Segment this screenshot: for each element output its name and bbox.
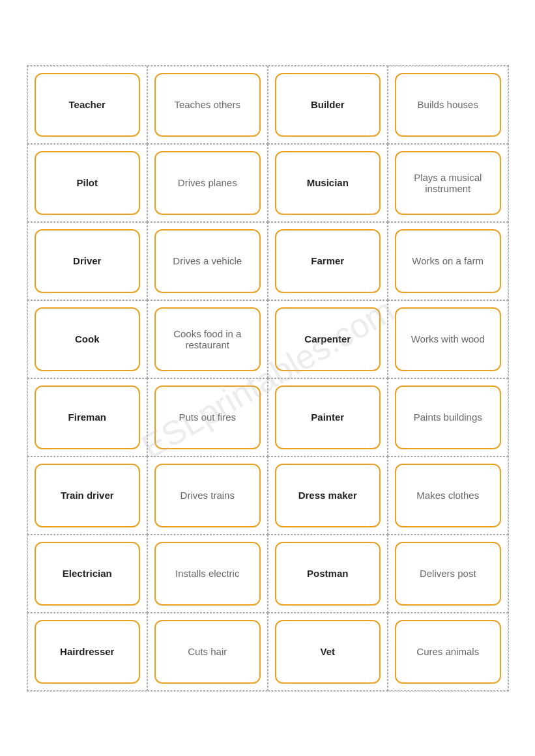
card: Delivers post [388,535,508,613]
card: Electrician [27,535,148,613]
card-inner: Musician [275,151,381,215]
job-description: Drives planes [178,177,237,188]
card: Fireman [27,378,148,456]
job-description: Drives a vehicle [173,255,242,266]
card: Builds houses [388,66,508,144]
card: Plays a musical instrument [388,144,508,222]
card-inner: Cuts hair [154,620,261,684]
card-inner: Paints buildings [395,385,501,449]
job-title: Cook [75,333,100,344]
card-inner: Electrician [35,542,141,606]
card: Drives trains [147,456,268,535]
card: Farmer [268,222,388,300]
card: Cooks food in a restaurant [147,300,268,378]
job-description: Delivers post [420,568,476,579]
job-title: Train driver [61,490,114,501]
job-description: Works with wood [411,333,485,344]
card-inner: Builder [275,73,381,137]
job-title: Hairdresser [60,646,114,657]
card: Paints buildings [388,378,508,456]
card: Postman [268,535,388,613]
job-title: Builder [311,99,345,110]
card: Vet [268,613,388,691]
card-inner: Vet [275,620,381,684]
card-inner: Painter [275,385,381,449]
card-grid: TeacherTeaches othersBuilderBuilds house… [27,65,509,692]
card: Teaches others [147,66,268,144]
job-description: Plays a musical instrument [403,172,493,194]
card: Pilot [27,144,148,222]
card: Cuts hair [147,613,268,691]
card-inner: Puts out fires [154,385,261,449]
job-description: Makes clothes [416,490,479,501]
card-inner: Dress maker [275,464,381,527]
card-inner: Carpenter [275,307,381,371]
card: Makes clothes [388,456,508,535]
job-title: Pilot [77,177,98,188]
job-title: Fireman [68,412,106,423]
job-description: Teaches others [174,99,240,110]
card-inner: Installs electric [154,542,261,606]
card-inner: Drives a vehicle [154,229,261,293]
job-title: Dress maker [298,490,357,501]
card-inner: Teacher [35,73,141,137]
job-title: Postman [307,568,348,579]
card: Painter [268,378,388,456]
card-inner: Drives trains [154,464,261,527]
card: Drives a vehicle [147,222,268,300]
card-inner: Drives planes [154,151,261,215]
job-description: Paints buildings [414,412,482,423]
job-title: Driver [73,255,101,266]
card-inner: Farmer [275,229,381,293]
card-inner: Fireman [35,385,141,449]
card: Train driver [27,456,148,535]
card-inner: Postman [275,542,381,606]
card-inner: Hairdresser [35,620,141,684]
job-description: Cures animals [416,646,479,657]
card: Dress maker [268,456,388,535]
card-inner: Pilot [35,151,141,215]
card: Cures animals [388,613,508,691]
job-title: Electrician [63,568,112,579]
card: Installs electric [147,535,268,613]
card: Cook [27,300,148,378]
job-title: Teacher [69,99,106,110]
job-description: Drives trains [181,490,235,501]
job-title: Farmer [311,255,344,266]
card-inner: Cooks food in a restaurant [154,307,261,371]
job-title: Carpenter [304,333,351,344]
job-description: Puts out fires [179,412,236,423]
page: ESLprintables.com TeacherTeaches othersB… [0,0,535,756]
job-title: Musician [307,177,349,188]
card-inner: Teaches others [154,73,261,137]
card-inner: Train driver [35,464,141,527]
card: Drives planes [147,144,268,222]
card: Driver [27,222,148,300]
job-description: Cooks food in a restaurant [162,328,253,350]
card-inner: Builds houses [395,73,501,137]
job-description: Builds houses [418,99,478,110]
card: Hairdresser [27,613,148,691]
card-inner: Cook [35,307,141,371]
job-description: Installs electric [175,568,239,579]
card: Teacher [27,66,148,144]
card-inner: Works with wood [395,307,501,371]
card: Builder [268,66,388,144]
card-inner: Works on a farm [395,229,501,293]
card-inner: Delivers post [395,542,501,606]
card-inner: Makes clothes [395,464,501,527]
card: Works on a farm [388,222,508,300]
job-description: Cuts hair [188,646,227,657]
card: Puts out fires [147,378,268,456]
job-title: Painter [311,412,344,423]
card-inner: Driver [35,229,141,293]
card: Works with wood [388,300,508,378]
card: Musician [268,144,388,222]
card-inner: Cures animals [395,620,501,684]
card: Carpenter [268,300,388,378]
job-description: Works on a farm [412,255,484,266]
job-title: Vet [320,646,335,657]
card-inner: Plays a musical instrument [395,151,501,215]
